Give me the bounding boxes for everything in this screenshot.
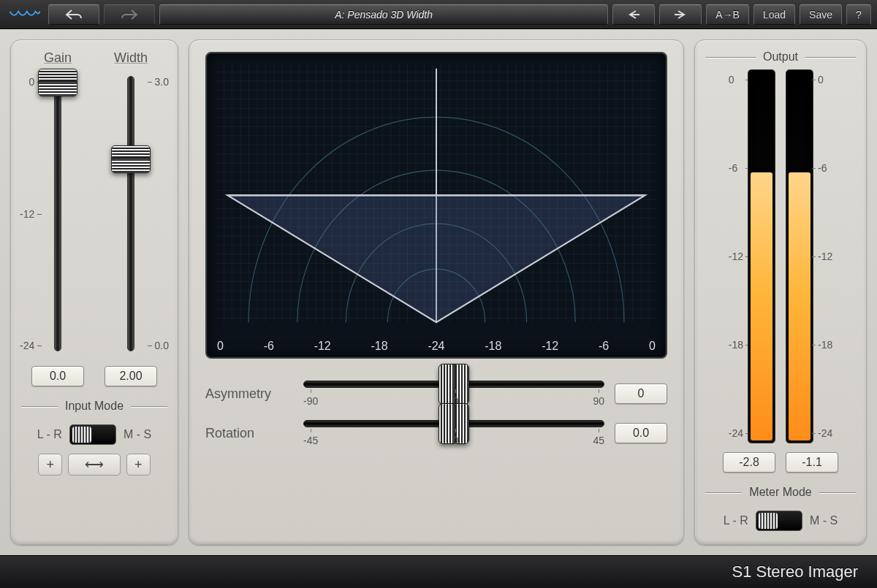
output-title: Output bbox=[762, 50, 800, 64]
meter-mode-toggle[interactable] bbox=[756, 511, 802, 531]
plugin-footer: S1 Stereo Imager bbox=[0, 555, 877, 588]
output-meters: 0-6-12-18-24 0-6-12-18-24 bbox=[705, 69, 856, 443]
prev-preset-button[interactable] bbox=[612, 4, 655, 25]
meter-mode-ms-label: M - S bbox=[810, 514, 838, 527]
channel-swap-button[interactable]: ⟷ bbox=[68, 454, 121, 476]
preset-selector[interactable]: A: Pensado 3D Width bbox=[159, 4, 608, 25]
polarity-left-button[interactable]: + bbox=[38, 454, 62, 476]
input-mode-toggle[interactable] bbox=[69, 424, 116, 445]
rotation-scale: -45045 bbox=[303, 435, 604, 446]
meter-scale-left: 0-6-12-18-24 bbox=[729, 69, 743, 443]
meter-scale-right: 0-6-12-18-24 bbox=[818, 69, 832, 443]
gain-fader[interactable] bbox=[54, 76, 61, 351]
meter-mode-lr-label: L - R bbox=[724, 514, 748, 527]
gain-column: Gain 0 -12 -24 bbox=[21, 50, 94, 357]
gain-value[interactable]: 0.0 bbox=[31, 366, 84, 386]
width-column: Width 3.0 0.0 bbox=[94, 50, 167, 357]
undo-icon bbox=[64, 9, 83, 20]
asymmetry-slider[interactable] bbox=[303, 381, 604, 388]
output-meter-right bbox=[786, 69, 813, 443]
width-scale: 3.0 0.0 bbox=[155, 76, 169, 351]
toolbar: A: Pensado 3D Width A→B Load Save ? bbox=[0, 0, 877, 29]
right-panel: Output 0-6-12-18-24 0-6-12-18-24 bbox=[694, 39, 867, 545]
width-fader[interactable] bbox=[127, 76, 134, 351]
input-mode-lr-label: L - R bbox=[37, 428, 62, 441]
undo-button[interactable] bbox=[48, 4, 99, 25]
input-mode-ms-label: M - S bbox=[124, 428, 151, 441]
gain-label: Gain bbox=[44, 50, 72, 66]
meter-left-fill bbox=[751, 172, 772, 440]
ab-compare-button[interactable]: A→B bbox=[706, 4, 749, 25]
gain-fader-cap[interactable] bbox=[38, 69, 77, 96]
redo-icon bbox=[120, 9, 139, 20]
redo-button[interactable] bbox=[104, 4, 155, 25]
asymmetry-label: Asymmetry bbox=[205, 386, 293, 402]
output-peak-right[interactable]: -1.1 bbox=[786, 452, 838, 473]
asymmetry-row: Asymmetry -90090 0 bbox=[205, 381, 667, 407]
output-peak-left[interactable]: -2.8 bbox=[723, 452, 775, 473]
rotation-row: Rotation -45045 0.0 bbox=[205, 420, 667, 446]
meter-right-fill bbox=[789, 172, 810, 440]
asymmetry-value[interactable]: 0 bbox=[615, 383, 667, 404]
input-mode-title: Input Mode bbox=[64, 400, 125, 413]
meter-mode-title: Meter Mode bbox=[748, 486, 813, 499]
help-button[interactable]: ? bbox=[846, 4, 871, 25]
rotation-value[interactable]: 0.0 bbox=[615, 423, 667, 443]
waves-logo bbox=[6, 4, 44, 25]
plugin-body: Gain 0 -12 -24 Width bbox=[0, 29, 877, 555]
gain-scale: 0 -12 -24 bbox=[20, 76, 34, 351]
next-preset-button[interactable] bbox=[659, 4, 702, 25]
load-button[interactable]: Load bbox=[753, 4, 795, 25]
output-meter-left bbox=[748, 69, 775, 443]
width-value[interactable]: 2.00 bbox=[105, 366, 157, 386]
width-label: Width bbox=[114, 50, 148, 66]
left-panel: Gain 0 -12 -24 Width bbox=[10, 39, 178, 545]
center-panel: 0-6-12-18-24-18-12-60 Asymmetry -90090 0… bbox=[189, 39, 684, 545]
vectorscope-display: 0-6-12-18-24-18-12-60 bbox=[205, 52, 667, 359]
rotation-slider[interactable] bbox=[303, 420, 604, 427]
arrow-left-icon bbox=[626, 9, 641, 20]
polarity-right-button[interactable]: + bbox=[126, 454, 151, 476]
arrow-right-icon bbox=[673, 9, 688, 20]
width-fader-cap[interactable] bbox=[111, 145, 151, 173]
plugin-name: S1 Stereo Imager bbox=[732, 562, 858, 581]
save-button[interactable]: Save bbox=[800, 4, 842, 25]
rotation-label: Rotation bbox=[205, 426, 293, 441]
